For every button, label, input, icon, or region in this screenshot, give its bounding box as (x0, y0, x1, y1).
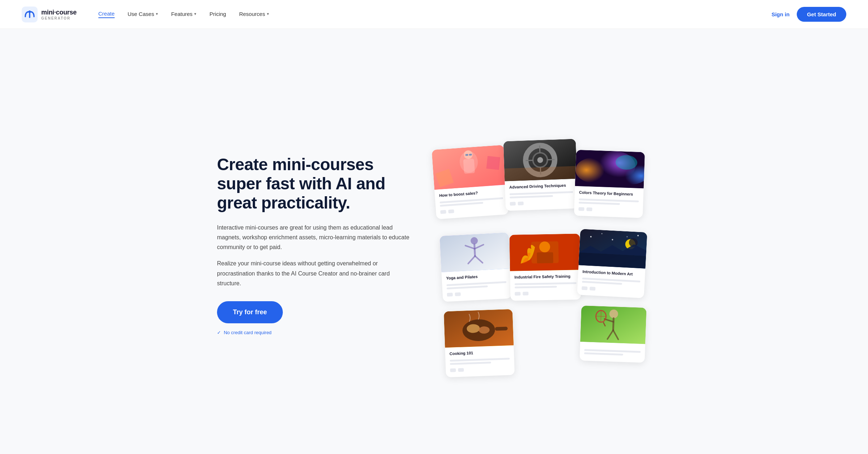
hero-description-2: Realize your mini-course ideas without g… (217, 258, 412, 288)
card-image-tennis (580, 306, 646, 344)
sign-in-button[interactable]: Sign in (771, 11, 790, 17)
hero-title: Create mini-courses super fast with AI a… (217, 155, 412, 213)
card-image-cooking (444, 309, 514, 348)
course-cards-grid: How to boost sales? (434, 140, 651, 350)
navbar: mini·course GENERATOR Create Use Cases ▾… (0, 0, 868, 29)
svg-line-26 (475, 244, 475, 256)
card-icon (515, 292, 520, 295)
course-card-colors: Colors Theory for Beginners (574, 150, 645, 218)
card-icon (582, 286, 588, 290)
svg-line-51 (613, 318, 613, 330)
logo-name: mini·course (41, 9, 77, 16)
card-icon (455, 293, 461, 297)
card-icon (440, 210, 446, 214)
course-card-art: Introduction to Modern Art (577, 229, 647, 298)
hero-left: Create mini-courses super fast with AI a… (217, 155, 412, 335)
card-line (515, 282, 576, 285)
card-image-boost (432, 145, 507, 190)
logo-text: mini·course GENERATOR (41, 9, 77, 20)
card-line (579, 202, 620, 205)
nav-right: Sign in Get Started (771, 7, 846, 22)
try-for-free-button[interactable]: Try for free (217, 301, 283, 323)
nav-pricing[interactable]: Pricing (209, 11, 226, 18)
card-icon (458, 368, 464, 372)
card-icons (505, 198, 578, 206)
card-image-colors (575, 150, 645, 189)
svg-rect-6 (465, 154, 468, 156)
card-icon (448, 210, 454, 214)
card-icon (518, 202, 524, 206)
card-title-fire: Industrial Fire Safety Training (510, 270, 580, 282)
card-icons (510, 289, 581, 296)
card-icon (510, 202, 516, 206)
card-icon (523, 292, 528, 295)
card-image-driving (503, 139, 577, 181)
chevron-down-icon: ▾ (267, 12, 269, 16)
logo-subtitle: GENERATOR (41, 16, 77, 20)
svg-point-1 (29, 10, 31, 13)
svg-line-13 (540, 146, 540, 153)
nav-use-cases[interactable]: Use Cases ▾ (128, 11, 158, 18)
course-card-yoga: Yoga and Pilates (439, 232, 511, 302)
course-card-boost: How to boost sales? (432, 145, 509, 219)
svg-rect-18 (504, 166, 577, 181)
card-icon (447, 293, 453, 297)
svg-line-15 (526, 160, 533, 161)
nav-links: Create Use Cases ▾ Features ▾ Pricing Re… (98, 10, 771, 18)
chevron-down-icon: ▾ (156, 12, 158, 16)
card-icons (577, 284, 644, 293)
hero-section: Create mini-courses super fast with AI a… (181, 29, 687, 454)
hero-description-1: Interactive mini-courses are great for u… (217, 223, 412, 252)
card-image-yoga (439, 232, 510, 272)
card-icon (586, 207, 592, 211)
course-card-cooking: Cooking 101 (444, 309, 515, 378)
card-line (450, 358, 510, 362)
svg-line-55 (596, 316, 606, 316)
svg-rect-9 (486, 156, 500, 170)
card-line (510, 195, 553, 198)
checkmark-icon: ✓ (217, 330, 221, 335)
svg-rect-34 (537, 252, 553, 264)
hero-right: How to boost sales? (434, 140, 651, 350)
chevron-down-icon: ▾ (194, 12, 196, 16)
no-credit-label: ✓ No credit card required (217, 330, 412, 335)
card-image-art (579, 229, 647, 269)
card-image-fire (509, 234, 580, 271)
card-line (510, 191, 573, 195)
nav-features[interactable]: Features ▾ (171, 11, 196, 18)
card-icon (590, 287, 596, 291)
svg-rect-7 (469, 154, 472, 156)
card-line (515, 286, 557, 289)
card-line (584, 352, 623, 356)
card-icons (574, 205, 643, 213)
nav-resources[interactable]: Resources ▾ (239, 11, 269, 18)
svg-rect-46 (495, 327, 507, 331)
course-card-fire: Industrial Fire Safety Training (509, 234, 581, 301)
get-started-button[interactable]: Get Started (797, 7, 846, 22)
logo-icon (22, 7, 38, 22)
course-card-tennis (579, 306, 646, 363)
logo[interactable]: mini·course GENERATOR (22, 7, 77, 22)
card-icon (578, 207, 584, 211)
course-card-driving: Advanced Driving Techniques (503, 139, 578, 211)
card-icons (446, 364, 514, 373)
svg-line-16 (548, 160, 555, 160)
card-line (450, 362, 491, 365)
nav-create[interactable]: Create (98, 10, 115, 18)
card-icon (450, 369, 456, 373)
svg-rect-5 (463, 159, 475, 174)
